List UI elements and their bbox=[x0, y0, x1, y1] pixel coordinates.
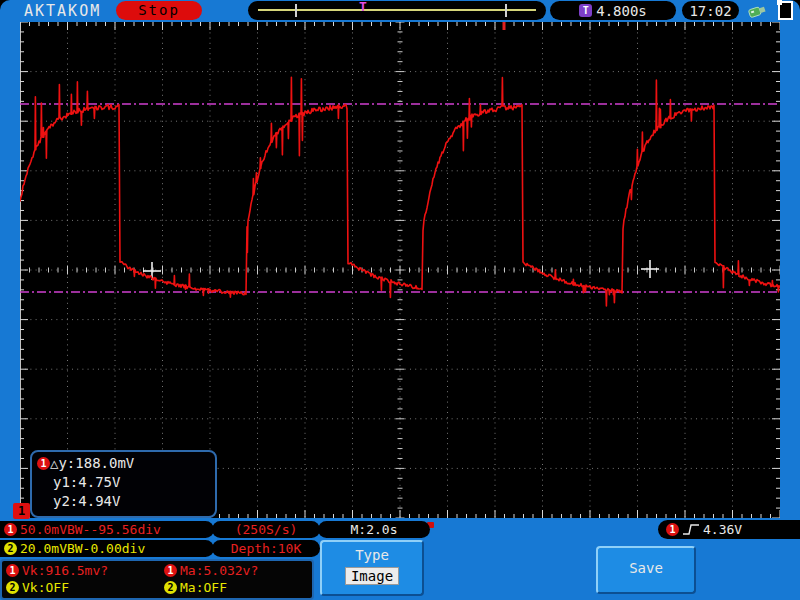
channel2-status: 2 20.0mVBW-0.00div bbox=[0, 540, 214, 557]
trigger-time-pill: T 4.800s bbox=[550, 1, 676, 20]
measurement-vk-ch1: Vk:916.5mv? bbox=[22, 563, 108, 578]
channel1-badge: 1 bbox=[6, 564, 19, 577]
battery-icon bbox=[778, 1, 793, 20]
clock: 17:02 bbox=[682, 1, 739, 20]
window-left-bracket bbox=[295, 4, 297, 17]
waveform-display: 1△y:188.0mV y1:4.75V y2:4.94V bbox=[20, 22, 780, 518]
memory-depth: Depth:10K bbox=[212, 540, 320, 557]
trigger-status: 1 4.36V bbox=[658, 520, 800, 539]
measurement-ma-ch1: Ma:5.032v? bbox=[180, 563, 258, 578]
record-line bbox=[258, 9, 536, 11]
cursor-y2: y2:4.94V bbox=[37, 492, 215, 511]
oscilloscope-frame: AKTAKOM Stop T T 4.800s 17:02 1△y:188.0m… bbox=[0, 0, 800, 600]
cursor-y1: y1:4.75V bbox=[37, 473, 215, 492]
channel2-badge: 2 bbox=[6, 581, 19, 594]
channel1-badge: 1 bbox=[164, 564, 177, 577]
trigger-source-badge: 1 bbox=[666, 523, 679, 536]
type-button[interactable]: Type Image bbox=[320, 540, 424, 596]
window-right-bracket bbox=[505, 4, 507, 17]
measurements-box: 1 Vk:916.5mv? 1 Ma:5.032v? 2 Vk:OFF 2 Ma… bbox=[0, 559, 314, 600]
channel2-badge: 2 bbox=[4, 542, 17, 555]
type-button-value: Image bbox=[345, 567, 399, 585]
brand-logo: AKTAKOM bbox=[24, 2, 101, 20]
rising-edge-icon bbox=[682, 522, 700, 537]
cursor-delta-y: △y:188.0mV bbox=[50, 455, 134, 471]
trigger-position-marker: T bbox=[359, 0, 367, 14]
trigger-time-value: 4.800s bbox=[596, 3, 647, 19]
channel1-marker: 1 bbox=[13, 503, 30, 519]
run-state-badge: Stop bbox=[116, 1, 202, 20]
channel1-badge: 1 bbox=[4, 523, 17, 536]
channel2-scale: 20.0mVBW-0.00div bbox=[20, 541, 145, 556]
measurement-ma-ch2: Ma:OFF bbox=[180, 580, 227, 595]
channel1-badge: 1 bbox=[37, 457, 50, 470]
channel1-scale: 50.0mVBW--95.56div bbox=[20, 522, 161, 537]
waveform-plot bbox=[20, 22, 780, 518]
trigger-t-icon: T bbox=[579, 4, 592, 17]
trigger-level-value: 4.36V bbox=[703, 522, 742, 537]
usb-icon bbox=[746, 2, 768, 19]
type-button-label: Type bbox=[322, 547, 422, 563]
sample-rate: (250S/s) bbox=[212, 521, 320, 538]
save-button[interactable]: Save bbox=[596, 546, 696, 594]
channel2-badge: 2 bbox=[164, 581, 177, 594]
timebase: M:2.0s bbox=[318, 521, 430, 538]
measurement-vk-ch2: Vk:OFF bbox=[22, 580, 69, 595]
record-position-bar: T bbox=[248, 1, 546, 20]
channel1-status: 1 50.0mVBW--95.56div bbox=[0, 521, 214, 538]
cursor-measurement-box: 1△y:188.0mV y1:4.75V y2:4.94V bbox=[30, 450, 217, 518]
